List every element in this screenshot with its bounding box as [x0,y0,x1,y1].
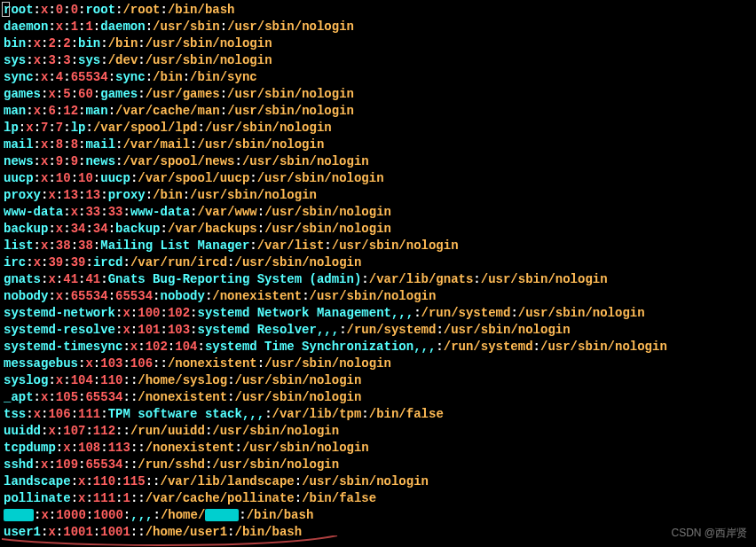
field-separator: : [227,255,234,270]
field-x: x [63,441,70,455]
field-separator: : [34,154,41,168]
field-separator: : [71,87,78,101]
field-separator: : [160,356,167,371]
passwd-line: gnats:x:41:41:Gnats Bug-Reporting System… [4,271,752,288]
field-separator: : [71,474,78,488]
terminal-output[interactable]: root:x:0:0:root:/root:/bin/bashdaemon:x:… [4,2,752,541]
field-separator: : [63,373,70,387]
field-user: mail [4,137,34,152]
field-uid: 102 [146,340,168,354]
field-gecos: proxy [108,188,146,202]
field-separator: : [71,441,78,455]
field-home: /var/run/ircd [130,255,227,270]
field-gid: 10 [78,171,93,185]
passwd-line: landscape:x:110:115::/var/lib/landscape:… [4,473,752,490]
field-separator: : [160,3,167,17]
field-separator: : [227,390,234,404]
field-separator: : [93,525,100,539]
field-separator: : [34,121,41,135]
field-separator: : [71,36,78,51]
field-gecos: systemd Resolver,,, [198,323,340,337]
field-user: irc [4,255,26,270]
field-gid: 9 [71,154,78,168]
field-user: landscape [4,474,71,488]
field-separator: : [49,508,56,522]
field-gid: 106 [130,356,153,371]
field-separator: : [85,491,92,505]
field-shell: /usr/sbin/nologin [227,104,354,118]
field-separator: : [100,272,107,286]
field-separator: : [249,238,256,253]
field-user: daemon [4,20,48,34]
field-home: /var/spool/news [122,154,234,168]
field-shell: /usr/sbin/nologin [190,188,317,202]
field-separator: : [153,474,160,488]
field-user: proxy [4,188,41,202]
field-separator: : [48,373,55,387]
field-gid: 2 [63,36,70,51]
field-separator: : [146,70,153,84]
field-separator: : [86,508,93,522]
field-separator: : [123,508,130,522]
field-separator: : [100,36,107,51]
field-shell: /bin/false [369,407,444,421]
field-uid: 10 [56,171,71,185]
field-separator: : [63,289,70,303]
field-shell: /usr/sbin/nologin [146,36,272,51]
field-gid: 0 [71,3,78,17]
field-separator: : [161,222,168,236]
field-separator: : [56,272,63,286]
field-gecos: nobody [160,289,204,303]
field-uid: 5 [63,87,70,101]
field-separator: : [71,407,78,421]
field-separator: : [361,407,368,421]
field-uid: 6 [48,104,55,118]
field-separator: : [227,373,234,387]
field-gecos: Gnats Bug-Reporting System (admin) [108,272,362,286]
field-x: x [34,36,41,51]
field-separator: : [100,188,107,202]
field-gid: 65534 [85,457,122,472]
field-gecos: sync [115,70,146,84]
field-separator: : [295,474,302,488]
field-shell: /usr/sbin/nologin [257,171,384,185]
field-x: x [130,340,138,354]
field-separator: : [249,171,256,185]
field-user: root [4,3,34,17]
field-separator: : [19,121,26,135]
passwd-line: systemd-timesync:x:102:104:systemd Time … [4,339,752,356]
redacted-username [4,509,34,521]
field-uid: 109 [56,457,78,472]
field-x: x [34,407,41,421]
field-separator: : [436,340,443,354]
field-gid: 8 [71,137,78,152]
passwd-line: systemd-resolve:x:101:103:systemd Resolv… [4,322,752,339]
field-separator: : [63,70,70,84]
field-separator: : [93,373,100,387]
field-uid: 39 [48,255,63,270]
field-separator: : [413,306,421,320]
field-separator: : [93,238,100,253]
field-home: /var/list [257,238,325,253]
field-separator: : [220,20,227,34]
field-separator: : [122,390,130,404]
field-shell: /usr/sbin/nologin [540,340,667,354]
field-gecos: systemd Network Management,,, [198,306,414,320]
field-user: systemd-network [4,306,115,320]
field-gecos: systemd Time Synchronization,,, [205,340,436,354]
field-uid: 101 [138,323,160,337]
field-separator: : [93,87,100,101]
field-separator: : [160,306,167,320]
field-home: /var/cache/man [115,104,220,118]
field-gid: 102 [168,306,190,320]
field-gid: 1001 [100,525,130,539]
field-shell: /bin/bash [235,525,303,539]
field-separator: : [63,20,70,34]
passwd-line: backup:x:34:34:backup:/var/backups:/usr/… [4,221,752,238]
field-home: /var/lib/landscape [161,474,295,488]
field-uid: 108 [78,441,100,455]
field-separator: : [138,36,145,51]
passwd-line: :x:1000:1000:,,,:/home/:/bin/bash [4,507,752,524]
field-shell: /bin/false [302,491,376,505]
field-separator: : [34,171,41,185]
